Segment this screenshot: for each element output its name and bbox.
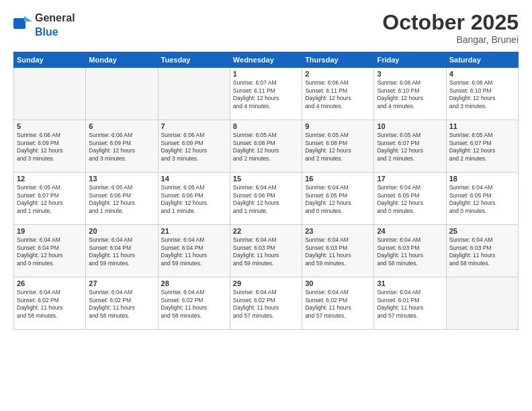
logo-blue: Blue — [35, 26, 58, 38]
calendar-cell: 4Sunrise: 6:06 AM Sunset: 6:10 PM Daylig… — [446, 68, 518, 120]
day-number: 1 — [233, 70, 299, 78]
day-number: 23 — [305, 227, 371, 235]
calendar-cell: 23Sunrise: 6:04 AM Sunset: 6:03 PM Dayli… — [302, 225, 374, 277]
day-info: Sunrise: 6:04 AM Sunset: 6:03 PM Dayligh… — [449, 236, 515, 267]
calendar-cell: 22Sunrise: 6:04 AM Sunset: 6:03 PM Dayli… — [230, 225, 302, 277]
calendar-cell: 11Sunrise: 6:05 AM Sunset: 6:07 PM Dayli… — [446, 120, 518, 173]
calendar-cell: 17Sunrise: 6:04 AM Sunset: 6:05 PM Dayli… — [374, 173, 446, 225]
day-number: 17 — [377, 175, 443, 183]
day-number: 22 — [233, 227, 299, 235]
calendar-cell: 2Sunrise: 6:06 AM Sunset: 6:11 PM Daylig… — [302, 68, 374, 120]
calendar-header-thursday: Thursday — [302, 52, 374, 68]
svg-rect-0 — [13, 18, 26, 29]
calendar-cell: 21Sunrise: 6:04 AM Sunset: 6:04 PM Dayli… — [158, 225, 230, 277]
calendar-week-1: 1Sunrise: 6:07 AM Sunset: 6:11 PM Daylig… — [14, 68, 519, 120]
day-number: 14 — [161, 175, 227, 183]
day-info: Sunrise: 6:04 AM Sunset: 6:01 PM Dayligh… — [377, 289, 443, 320]
calendar-header-sunday: Sunday — [14, 52, 86, 68]
day-number: 18 — [449, 175, 515, 183]
day-info: Sunrise: 6:04 AM Sunset: 6:04 PM Dayligh… — [17, 236, 83, 267]
day-number: 4 — [449, 70, 515, 78]
location: Bangar, Brunei — [382, 34, 519, 45]
calendar-cell: 7Sunrise: 6:06 AM Sunset: 6:09 PM Daylig… — [158, 120, 230, 173]
calendar-cell: 19Sunrise: 6:04 AM Sunset: 6:04 PM Dayli… — [14, 225, 86, 277]
day-number: 21 — [161, 227, 227, 235]
calendar-week-3: 12Sunrise: 6:05 AM Sunset: 6:07 PM Dayli… — [14, 173, 519, 225]
day-info: Sunrise: 6:05 AM Sunset: 6:08 PM Dayligh… — [233, 132, 299, 163]
calendar-cell — [446, 277, 518, 330]
calendar-cell: 24Sunrise: 6:04 AM Sunset: 6:03 PM Dayli… — [374, 225, 446, 277]
logo-icon — [13, 16, 32, 34]
day-number: 25 — [449, 227, 515, 235]
calendar-header-monday: Monday — [86, 52, 158, 68]
day-info: Sunrise: 6:05 AM Sunset: 6:06 PM Dayligh… — [161, 184, 227, 215]
calendar-cell: 20Sunrise: 6:04 AM Sunset: 6:04 PM Dayli… — [86, 225, 158, 277]
calendar-cell: 15Sunrise: 6:04 AM Sunset: 6:06 PM Dayli… — [230, 173, 302, 225]
day-info: Sunrise: 6:04 AM Sunset: 6:05 PM Dayligh… — [377, 184, 443, 215]
calendar-cell: 8Sunrise: 6:05 AM Sunset: 6:08 PM Daylig… — [230, 120, 302, 173]
calendar-cell: 5Sunrise: 6:06 AM Sunset: 6:09 PM Daylig… — [14, 120, 86, 173]
calendar-cell — [14, 68, 86, 120]
calendar-cell — [86, 68, 158, 120]
day-info: Sunrise: 6:05 AM Sunset: 6:07 PM Dayligh… — [377, 132, 443, 163]
svg-marker-1 — [24, 16, 32, 21]
day-info: Sunrise: 6:04 AM Sunset: 6:03 PM Dayligh… — [305, 236, 371, 267]
day-number: 15 — [233, 175, 299, 183]
logo-general: General — [35, 12, 75, 24]
day-info: Sunrise: 6:04 AM Sunset: 6:04 PM Dayligh… — [161, 236, 227, 267]
month-title: October 2025 — [382, 11, 519, 34]
day-number: 5 — [17, 122, 83, 130]
calendar-cell: 3Sunrise: 6:06 AM Sunset: 6:10 PM Daylig… — [374, 68, 446, 120]
calendar-cell: 1Sunrise: 6:07 AM Sunset: 6:11 PM Daylig… — [230, 68, 302, 120]
day-info: Sunrise: 6:05 AM Sunset: 6:06 PM Dayligh… — [89, 184, 154, 215]
calendar-cell — [158, 68, 230, 120]
calendar-cell: 10Sunrise: 6:05 AM Sunset: 6:07 PM Dayli… — [374, 120, 446, 173]
calendar-header-saturday: Saturday — [446, 52, 518, 68]
day-info: Sunrise: 6:04 AM Sunset: 6:02 PM Dayligh… — [233, 289, 299, 320]
day-info: Sunrise: 6:04 AM Sunset: 6:06 PM Dayligh… — [233, 184, 299, 215]
day-number: 12 — [17, 175, 83, 183]
day-info: Sunrise: 6:06 AM Sunset: 6:09 PM Dayligh… — [17, 132, 83, 163]
title-area: October 2025 Bangar, Brunei — [382, 11, 519, 45]
day-number: 31 — [377, 279, 443, 287]
day-number: 20 — [89, 227, 154, 235]
calendar-cell: 30Sunrise: 6:04 AM Sunset: 6:02 PM Dayli… — [302, 277, 374, 330]
day-info: Sunrise: 6:04 AM Sunset: 6:05 PM Dayligh… — [305, 184, 371, 215]
calendar-cell: 12Sunrise: 6:05 AM Sunset: 6:07 PM Dayli… — [14, 173, 86, 225]
day-number: 10 — [377, 122, 443, 130]
day-number: 16 — [305, 175, 371, 183]
day-info: Sunrise: 6:04 AM Sunset: 6:02 PM Dayligh… — [17, 289, 83, 320]
day-number: 30 — [305, 279, 371, 287]
day-number: 3 — [377, 70, 443, 78]
logo: General Blue — [13, 11, 75, 39]
day-number: 13 — [89, 175, 154, 183]
day-number: 29 — [233, 279, 299, 287]
calendar-cell: 28Sunrise: 6:04 AM Sunset: 6:02 PM Dayli… — [158, 277, 230, 330]
calendar-cell: 25Sunrise: 6:04 AM Sunset: 6:03 PM Dayli… — [446, 225, 518, 277]
calendar-week-5: 26Sunrise: 6:04 AM Sunset: 6:02 PM Dayli… — [14, 277, 519, 330]
header: General Blue October 2025 Bangar, Brunei — [13, 11, 519, 45]
day-info: Sunrise: 6:07 AM Sunset: 6:11 PM Dayligh… — [233, 79, 299, 110]
day-number: 8 — [233, 122, 299, 130]
calendar-cell: 9Sunrise: 6:05 AM Sunset: 6:08 PM Daylig… — [302, 120, 374, 173]
day-info: Sunrise: 6:04 AM Sunset: 6:02 PM Dayligh… — [161, 289, 227, 320]
calendar-table: SundayMondayTuesdayWednesdayThursdayFrid… — [13, 52, 519, 330]
calendar-header-wednesday: Wednesday — [230, 52, 302, 68]
day-info: Sunrise: 6:04 AM Sunset: 6:05 PM Dayligh… — [449, 184, 515, 215]
day-number: 28 — [161, 279, 227, 287]
day-number: 27 — [89, 279, 154, 287]
calendar-cell: 31Sunrise: 6:04 AM Sunset: 6:01 PM Dayli… — [374, 277, 446, 330]
calendar-cell: 27Sunrise: 6:04 AM Sunset: 6:02 PM Dayli… — [86, 277, 158, 330]
calendar-header-friday: Friday — [374, 52, 446, 68]
calendar-header-tuesday: Tuesday — [158, 52, 230, 68]
day-info: Sunrise: 6:05 AM Sunset: 6:07 PM Dayligh… — [449, 132, 515, 163]
calendar-cell: 26Sunrise: 6:04 AM Sunset: 6:02 PM Dayli… — [14, 277, 86, 330]
day-info: Sunrise: 6:04 AM Sunset: 6:03 PM Dayligh… — [377, 236, 443, 267]
day-number: 7 — [161, 122, 227, 130]
calendar-header-row: SundayMondayTuesdayWednesdayThursdayFrid… — [14, 52, 519, 68]
page: General Blue October 2025 Bangar, Brunei… — [0, 0, 532, 411]
day-info: Sunrise: 6:04 AM Sunset: 6:03 PM Dayligh… — [233, 236, 299, 267]
day-number: 6 — [89, 122, 154, 130]
calendar-cell: 6Sunrise: 6:06 AM Sunset: 6:09 PM Daylig… — [86, 120, 158, 173]
day-info: Sunrise: 6:06 AM Sunset: 6:10 PM Dayligh… — [377, 79, 443, 110]
